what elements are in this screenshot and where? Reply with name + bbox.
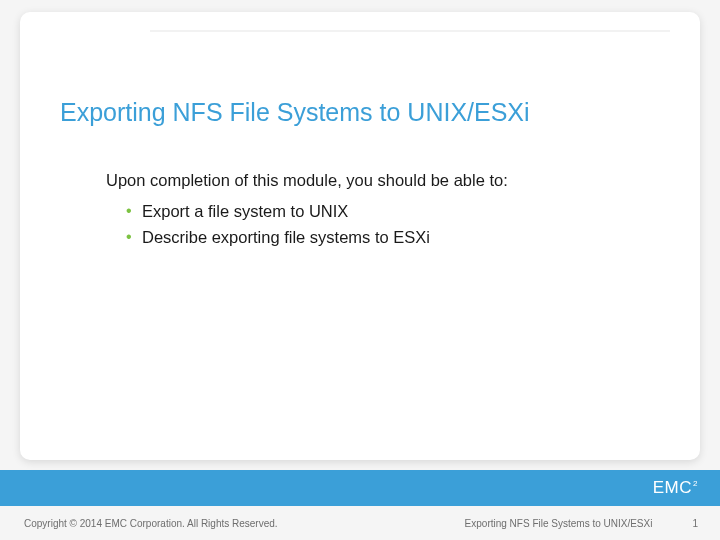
page-number: 1: [692, 518, 698, 529]
slide-card: Exporting NFS File Systems to UNIX/ESXi …: [20, 12, 700, 460]
slide-content: Upon completion of this module, you shou…: [20, 127, 700, 251]
brand-bar: EMC2: [0, 470, 720, 506]
logo-superscript: 2: [693, 479, 698, 488]
footer-breadcrumb: Exporting NFS File Systems to UNIX/ESXi: [465, 518, 653, 529]
content-lead: Upon completion of this module, you shou…: [106, 171, 660, 190]
footer-right: Exporting NFS File Systems to UNIX/ESXi …: [465, 518, 698, 529]
slide-footer: Copyright © 2014 EMC Corporation. All Ri…: [0, 506, 720, 540]
slide-title: Exporting NFS File Systems to UNIX/ESXi: [20, 32, 700, 127]
list-item: Describe exporting file systems to ESXi: [126, 224, 660, 250]
logo-text: EMC: [653, 478, 692, 498]
bullet-list: Export a file system to UNIX Describe ex…: [106, 198, 660, 251]
emc-logo: EMC2: [653, 478, 698, 498]
copyright-text: Copyright © 2014 EMC Corporation. All Ri…: [24, 518, 278, 529]
list-item: Export a file system to UNIX: [126, 198, 660, 224]
